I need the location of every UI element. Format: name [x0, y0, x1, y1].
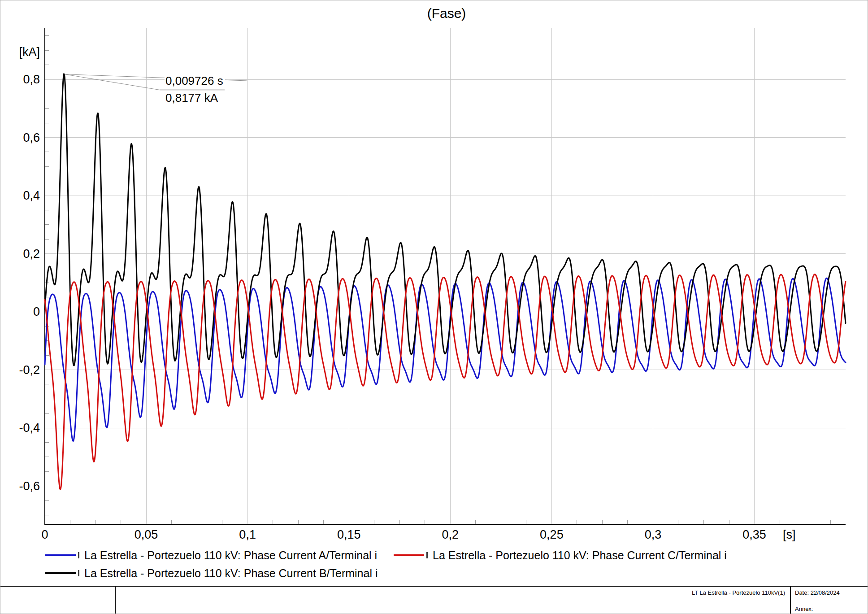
phase-c-line-swatch — [394, 554, 424, 556]
cursor-annotation-time[interactable]: 0,009726 s — [165, 74, 225, 87]
titleblock-date: Date: 22/08/2024 — [795, 589, 840, 596]
x-tick-label: 0,25 — [540, 528, 564, 542]
y-tick-label: -0,4 — [0, 422, 40, 434]
legend-item-phase-a: La Estrella - Portezuelo 110 kV: Phase C… — [45, 549, 377, 562]
x-tick-label: 0 — [41, 528, 48, 542]
x-axis-unit-label: [s] — [783, 528, 796, 542]
phase-a-line-swatch — [45, 554, 76, 556]
y-tick-label: 0,8 — [0, 73, 40, 86]
y-tick-label: 0,4 — [0, 189, 40, 202]
legend-label-phase-c: La Estrella - Portezuelo 110 kV: Phase C… — [433, 549, 727, 562]
y-tick-label: -0,2 — [0, 364, 40, 376]
y-tick-label: 0 — [0, 305, 40, 318]
plot-page: (Fase) [kA] [s] 00,050,10,150,20,250,30,… — [0, 0, 868, 614]
legend-endtick-icon — [78, 570, 79, 576]
x-tick-label: 0,2 — [442, 528, 459, 542]
titleblock-document-name: LT La Estrella - Portezuelo 110kV(1) — [538, 589, 785, 596]
x-tick-label: 0,3 — [645, 528, 662, 542]
legend-item-phase-c: La Estrella - Portezuelo 110 kV: Phase C… — [394, 549, 727, 562]
y-tick-label: 0,6 — [0, 131, 40, 144]
titleblock-divider-left — [115, 586, 116, 614]
legend-label-phase-a: La Estrella - Portezuelo 110 kV: Phase C… — [84, 549, 377, 562]
titleblock-top-border — [0, 586, 868, 587]
phase-b-line-swatch — [45, 572, 76, 574]
x-tick-label: 0,1 — [239, 528, 256, 542]
legend-item-phase-b: La Estrella - Portezuelo 110 kV: Phase C… — [45, 566, 378, 580]
titleblock-annex: Annex: — [795, 605, 813, 612]
legend-endtick-icon — [78, 552, 79, 558]
legend-label-phase-b: La Estrella - Portezuelo 110 kV: Phase C… — [84, 567, 378, 580]
cursor-annotation-value[interactable]: 0,8177 kA — [165, 91, 220, 104]
x-tick-label: 0,05 — [135, 528, 158, 542]
chart-title: (Fase) — [427, 6, 466, 21]
legend-endtick-icon — [426, 552, 428, 558]
x-tick-label: 0,35 — [742, 528, 766, 542]
y-axis-unit-label: [kA] — [0, 45, 40, 59]
x-tick-label: 0,15 — [337, 528, 361, 542]
titleblock-divider-right — [790, 586, 791, 614]
waveform-plot — [0, 0, 868, 614]
y-tick-label: -0,6 — [0, 480, 40, 492]
y-tick-label: 0,2 — [0, 248, 40, 260]
